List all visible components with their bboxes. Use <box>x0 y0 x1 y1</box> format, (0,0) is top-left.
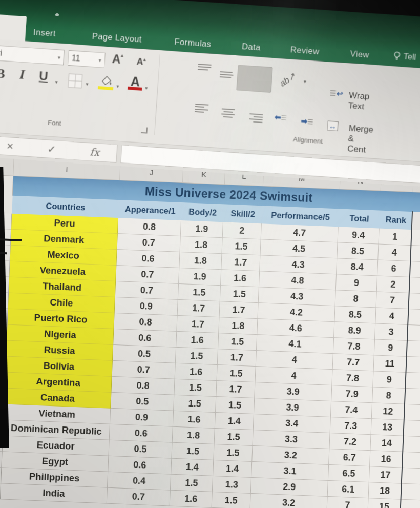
cell-rank[interactable]: 15 <box>368 498 401 508</box>
cell-total[interactable]: 7.3 <box>330 417 372 435</box>
cell-total[interactable]: 9 <box>336 274 377 292</box>
fill-color-button[interactable] <box>98 74 114 87</box>
cell-body[interactable]: 1.9 <box>179 268 221 286</box>
cell-skill[interactable]: 1.5 <box>216 397 255 414</box>
cell-appearance[interactable]: 0.8 <box>114 313 177 332</box>
cell-appearance[interactable]: 0.9 <box>115 297 178 316</box>
font-color-button[interactable]: A <box>128 74 143 90</box>
cell-total[interactable]: 8.5 <box>337 242 379 260</box>
cell-skill[interactable]: 2 <box>223 222 262 239</box>
cell-body[interactable]: 1.5 <box>174 379 217 397</box>
cell-appearance[interactable]: 0.5 <box>109 440 172 459</box>
cell-rank[interactable]: 9 <box>373 371 406 389</box>
header-total[interactable]: Total <box>339 209 380 228</box>
cell-rank[interactable]: 12 <box>372 403 405 420</box>
cell-appearance[interactable]: 0.9 <box>110 409 174 427</box>
increase-font-button[interactable]: A▴ <box>112 52 123 67</box>
cell-body[interactable]: 1.9 <box>181 220 223 238</box>
cell-empty[interactable] <box>407 341 420 358</box>
fill-dropdown-icon[interactable]: ▾ <box>116 83 119 89</box>
cell-rank[interactable]: 1 <box>379 229 411 246</box>
decrease-indent-button[interactable]: ⬅☰ <box>274 113 287 123</box>
cell-skill[interactable]: 1.5 <box>218 333 257 351</box>
cell-total[interactable]: 7.2 <box>329 433 371 451</box>
cell-empty[interactable] <box>408 293 420 310</box>
cell-body[interactable]: 1.5 <box>174 395 216 413</box>
cell-skill[interactable]: 1.5 <box>212 492 251 508</box>
cell-total[interactable]: 8.9 <box>334 322 375 339</box>
cell-total[interactable]: 7.9 <box>331 385 373 403</box>
middle-align-icon[interactable] <box>219 70 235 81</box>
cell-total[interactable]: 6.1 <box>328 481 369 498</box>
cell-body[interactable]: 1.5 <box>178 284 221 301</box>
cell-appearance[interactable]: 0.6 <box>116 250 180 268</box>
cell-rank[interactable]: 14 <box>370 435 403 452</box>
underline-button[interactable]: U <box>38 69 48 84</box>
orientation-dropdown-icon[interactable]: ▾ <box>304 78 307 84</box>
cell-rank[interactable]: 4 <box>375 308 408 325</box>
cell-performance[interactable]: 3.2 <box>250 494 327 508</box>
cell-total[interactable]: 7.8 <box>332 370 373 387</box>
cell-skill[interactable]: 1.7 <box>218 349 257 367</box>
cell-empty[interactable] <box>402 468 420 485</box>
italic-button[interactable]: I <box>19 67 26 82</box>
tab-home-partial[interactable]: e <box>0 13 27 41</box>
align-center-icon[interactable] <box>220 107 236 119</box>
cell-skill[interactable]: 1.5 <box>222 238 261 255</box>
cell-skill[interactable]: 1.7 <box>221 254 260 271</box>
cell-skill[interactable]: 1.5 <box>215 429 254 446</box>
cell-skill[interactable]: 1.7 <box>219 301 258 319</box>
cell-body[interactable]: 1.4 <box>171 459 214 476</box>
increase-indent-button[interactable]: ➡☰ <box>301 116 313 127</box>
cell-empty[interactable] <box>403 436 420 453</box>
cell-empty[interactable] <box>406 357 420 374</box>
tab-view[interactable]: View <box>350 49 369 59</box>
cell-body[interactable]: 1.8 <box>180 236 223 254</box>
underline-dropdown-icon[interactable]: ▾ <box>55 79 58 85</box>
cell-empty[interactable] <box>403 420 420 437</box>
cell-rank[interactable]: 7 <box>376 292 409 309</box>
cell-body[interactable]: 1.6 <box>175 363 218 381</box>
cell-appearance[interactable]: 0.7 <box>115 281 179 300</box>
merge-center-button[interactable]: ↔ Merge & Cent <box>327 121 338 131</box>
bold-button[interactable]: B <box>0 66 6 82</box>
cell-appearance[interactable]: 0.5 <box>113 345 176 363</box>
cell-empty[interactable] <box>407 325 420 342</box>
cell-appearance[interactable]: 0.7 <box>107 488 171 506</box>
cell-total[interactable]: 7.7 <box>333 354 374 371</box>
cell-total[interactable]: 7.4 <box>331 401 372 419</box>
cell-appearance[interactable]: 0.7 <box>117 234 181 252</box>
cell-total[interactable]: 7 <box>327 497 368 508</box>
cell-rank[interactable]: 13 <box>371 419 404 436</box>
dropdown-arrow-icon[interactable]: ▾ <box>58 54 61 60</box>
cell-empty[interactable] <box>401 484 420 501</box>
top-align-icon[interactable] <box>197 62 213 73</box>
cell-appearance[interactable]: 0.5 <box>111 393 174 411</box>
cell-appearance[interactable]: 0.8 <box>118 218 181 236</box>
cell-total[interactable]: 8.4 <box>337 258 378 276</box>
cell-rank[interactable]: 2 <box>377 276 410 293</box>
align-right-icon[interactable] <box>248 112 264 124</box>
cell-total[interactable]: 8.5 <box>334 306 376 323</box>
cell-skill[interactable]: 1.4 <box>215 413 254 430</box>
font-name-combobox[interactable]: alibri▾ <box>0 44 65 65</box>
cell-empty[interactable] <box>405 373 420 390</box>
cell-body[interactable]: 1.5 <box>172 443 214 460</box>
cell-total[interactable]: 6.5 <box>328 465 370 482</box>
wrap-text-button[interactable]: ☰↩ Wrap Text <box>329 89 343 99</box>
cell-empty[interactable] <box>402 452 420 469</box>
cell-body[interactable]: 1.7 <box>177 316 219 333</box>
tab-page-layout[interactable]: Page Layout <box>92 31 142 45</box>
decrease-font-button[interactable]: A▴ <box>136 56 146 68</box>
borders-dropdown-icon[interactable]: ▾ <box>86 81 89 87</box>
cell-empty[interactable] <box>404 404 420 421</box>
cell-body[interactable]: 1.6 <box>170 491 213 508</box>
insert-function-button[interactable]: fx <box>90 146 100 158</box>
cell-total[interactable]: 9.4 <box>338 227 380 244</box>
orientation-button[interactable]: ab↗ <box>278 71 298 89</box>
cell-rank[interactable]: 8 <box>372 387 405 404</box>
tab-review[interactable]: Review <box>290 45 320 56</box>
align-left-icon[interactable] <box>194 102 209 114</box>
cell-rank[interactable]: 6 <box>377 260 410 278</box>
cell-empty[interactable] <box>400 500 420 508</box>
